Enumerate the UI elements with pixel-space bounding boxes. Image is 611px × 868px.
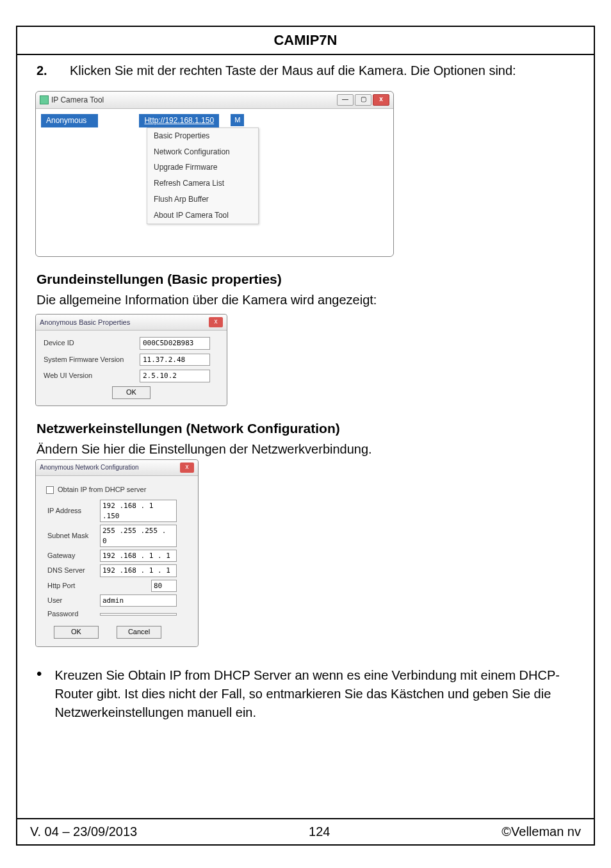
label-port: Http Port (44, 581, 94, 591)
step-2: 2. Klicken Sie mit der rechten Taste der… (37, 61, 574, 79)
dialog-nc-buttons: OK Cancel (44, 626, 190, 639)
close-button[interactable]: x (373, 94, 389, 106)
dialog-nc-close-button[interactable]: x (180, 463, 194, 473)
value-device-id: 000C5D02B983 (140, 337, 210, 349)
row-ip: IP Address 192 .168 . 1 .150 (44, 500, 190, 522)
dialog-nc-ok-button[interactable]: OK (54, 626, 99, 639)
dialog-nc-cancel-button[interactable]: Cancel (117, 626, 161, 639)
dialog-bp-close-button[interactable]: x (209, 317, 223, 327)
step-text: Klicken Sie mit der rechten Taste der Ma… (70, 61, 574, 79)
camera-name[interactable]: Anonymous (41, 114, 98, 127)
row-device-id: Device ID 000C5D02B983 (44, 337, 219, 349)
window-title: IP Camera Tool (51, 95, 104, 106)
dialog-bp-body: Device ID 000C5D02B983 System Firmware V… (36, 331, 227, 405)
input-user[interactable]: admin (100, 594, 177, 607)
dialog-nc-title: Anonymous Network Configuration (40, 463, 139, 472)
menu-network-configuration[interactable]: Network Configuration (147, 144, 258, 160)
window-titlebar: IP Camera Tool — ▢ x (36, 92, 393, 109)
row-port: Http Port 80 (44, 580, 190, 592)
camera-url[interactable]: Http://192.168.1.150 (139, 114, 219, 127)
row-password: Password (44, 609, 190, 619)
input-dns[interactable]: 192 .168 . 1 . 1 (100, 564, 177, 577)
screenshot-ip-camera-tool: IP Camera Tool — ▢ x Anonymous Http://19… (35, 91, 394, 257)
network-fields: IP Address 192 .168 . 1 .150 Subnet Mask… (44, 500, 190, 619)
doc-title: CAMIP7N (273, 32, 337, 48)
label-password: Password (44, 609, 94, 619)
dialog-bp-titlebar: Anonymous Basic Properties x (36, 315, 227, 331)
label-ip: IP Address (44, 506, 94, 516)
label-device-id: Device ID (44, 338, 133, 348)
footer-copyright: ©Velleman nv (501, 824, 581, 839)
sub-basic-properties: Die allgemeine Information über die Kame… (37, 291, 574, 309)
context-menu: Basic Properties Network Configuration U… (147, 127, 259, 224)
footer-version: V. 04 – 23/09/2013 (30, 824, 137, 839)
camera-flag: M (231, 114, 244, 126)
menu-upgrade-firmware[interactable]: Upgrade Firmware (147, 160, 258, 176)
menu-about[interactable]: About IP Camera Tool (147, 208, 258, 224)
label-user: User (44, 596, 94, 605)
step-number: 2. (37, 61, 54, 79)
menu-flush-arp-buffer[interactable]: Flush Arp Buffer (147, 192, 258, 208)
dialog-bp-title: Anonymous Basic Properties (40, 318, 130, 327)
minimize-button[interactable]: — (337, 94, 354, 106)
dialog-basic-properties: Anonymous Basic Properties x Device ID 0… (35, 314, 227, 405)
doc-content: 2. Klicken Sie mit der rechten Taste der… (17, 55, 594, 728)
label-webui: Web UI Version (44, 371, 133, 381)
dhcp-checkbox[interactable] (46, 486, 54, 494)
menu-basic-properties[interactable]: Basic Properties (147, 128, 258, 144)
window-controls: — ▢ x (337, 94, 389, 106)
menu-refresh-camera-list[interactable]: Refresh Camera List (147, 176, 258, 192)
value-webui: 2.5.10.2 (140, 370, 210, 382)
row-webui: Web UI Version 2.5.10.2 (44, 370, 219, 382)
dhcp-label: Obtain IP from DHCP server (58, 485, 146, 495)
heading-network-config: Netzwerkeinstellungen (Network Configura… (37, 419, 574, 438)
bullet-item: • Kreuzen Sie Obtain IP from DHCP Server… (37, 666, 574, 722)
footer-page-number: 124 (309, 824, 330, 839)
dialog-network-config: Anonymous Network Configuration x Obtain… (35, 459, 199, 647)
input-password[interactable] (100, 613, 177, 616)
input-mask[interactable]: 255 .255 .255 . 0 (100, 525, 177, 547)
row-firmware: System Firmware Version 11.37.2.48 (44, 354, 219, 366)
row-gateway: Gateway 192 .168 . 1 . 1 (44, 550, 190, 562)
label-gateway: Gateway (44, 551, 94, 561)
window-body: Anonymous Http://192.168.1.150 M Basic P… (36, 109, 393, 256)
dialog-nc-body: Obtain IP from DHCP server IP Address 19… (36, 476, 198, 646)
bullet-text: Kreuzen Sie Obtain IP from DHCP Server a… (54, 666, 574, 722)
doc-footer: V. 04 – 23/09/2013 124 ©Velleman nv (17, 818, 594, 844)
sub-network-config: Ändern Sie hier die Einstellungen der Ne… (37, 440, 574, 458)
dhcp-row: Obtain IP from DHCP server (46, 485, 190, 495)
row-user: User admin (44, 594, 190, 607)
heading-basic-properties: Grundeinstellungen (Basic properties) (37, 270, 574, 288)
camera-row: Anonymous Http://192.168.1.150 M (41, 114, 388, 127)
row-dns: DNS Server 192 .168 . 1 . 1 (44, 564, 190, 577)
label-firmware: System Firmware Version (44, 355, 133, 364)
app-icon (40, 95, 49, 104)
label-dns: DNS Server (44, 566, 94, 575)
doc-header: CAMIP7N (17, 27, 594, 55)
dialog-bp-ok-button[interactable]: OK (112, 386, 151, 399)
bullet-icon: • (37, 666, 42, 722)
input-port[interactable]: 80 (151, 580, 177, 592)
label-mask: Subnet Mask (44, 531, 94, 541)
row-mask: Subnet Mask 255 .255 .255 . 0 (44, 525, 190, 547)
input-gateway[interactable]: 192 .168 . 1 . 1 (100, 550, 177, 562)
maximize-button[interactable]: ▢ (355, 94, 371, 106)
titlebar-left: IP Camera Tool (40, 95, 104, 106)
input-ip[interactable]: 192 .168 . 1 .150 (100, 500, 177, 522)
value-firmware: 11.37.2.48 (140, 354, 210, 366)
dialog-nc-titlebar: Anonymous Network Configuration x (36, 460, 198, 476)
page-frame: CAMIP7N 2. Klicken Sie mit der rechten T… (16, 26, 595, 846)
